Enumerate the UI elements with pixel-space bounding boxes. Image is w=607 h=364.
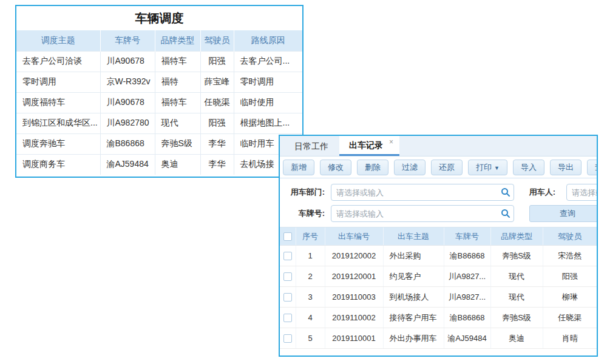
driver-link[interactable]: 肖晴 [543,328,597,349]
import-button[interactable]: 导入 [513,160,544,175]
plate-number-link[interactable]: 川A90678 [100,92,155,113]
brand-type-text: 现代 [490,287,543,308]
driver-link[interactable]: 李华 [200,154,234,175]
tab-trip-records[interactable]: 出车记录 × [339,136,399,156]
driver-link[interactable]: 阳强 [200,113,234,133]
driver-link[interactable]: 李华 [200,133,234,154]
trip-code-link[interactable]: 2019120002 [325,246,383,266]
plate-number-link[interactable]: 川A982780 [100,113,155,133]
dispatch-panel-title: 车辆调度 [16,6,302,30]
view-log-button[interactable]: 查看日志 [587,160,598,175]
search-icon[interactable] [501,187,510,197]
row-checkbox[interactable] [283,334,292,343]
driver-link[interactable]: 阳强 [200,51,234,72]
print-button[interactable]: 打印▼ [468,160,507,175]
col-brand-type: 品牌类型 [490,228,543,246]
dispatch-subject-link[interactable]: 去客户公司洽谈 [16,51,100,72]
brand-type-text: 福特 [155,72,200,92]
driver-link[interactable]: 宋浩然 [543,246,597,266]
dispatch-subject-link[interactable]: 到锦江区和成华区... [16,113,100,133]
col-index: 序号 [296,228,325,246]
tab-close-icon[interactable]: × [389,138,393,146]
col-plate-number: 车牌号 [444,228,490,246]
table-row: 22019120001约见客户川A9827...现代阳强 [280,266,597,287]
trip-subject-link[interactable]: 约见客户 [383,266,444,287]
dispatch-subject-link[interactable]: 零时调用 [16,72,100,92]
plate-number-link[interactable]: 京W-R392v [100,72,155,92]
driver-link[interactable]: 任晓渠 [200,92,234,113]
trip-code-link[interactable]: 2019110003 [325,287,383,308]
brand-type-text: 奔驰S级 [155,133,200,154]
dept-input[interactable] [331,184,514,201]
table-row: 12019120002外出采购渝B86868奔驰S级宋浩然 [280,246,597,266]
row-checkbox[interactable] [283,272,292,281]
plate-number-link[interactable]: 川A9827... [444,287,490,308]
edit-button[interactable]: 修改 [320,160,351,175]
query-button[interactable]: 查询 [529,205,598,222]
toolbar: 新增 修改 删除 过滤 还原 打印▼ 导入 导出 查看日志 [280,157,597,178]
row-checkbox-cell [280,328,296,349]
table-row: 32019110003到机场接人川A9827...现代柳琳 [280,287,597,308]
col-driver: 驾驶员 [200,30,234,51]
plate-number-link[interactable]: 川A9827... [444,266,490,287]
row-checkbox[interactable] [283,293,292,302]
dispatch-subject-link[interactable]: 调度商务车 [16,154,100,175]
row-checkbox[interactable] [283,314,292,322]
route-reason-text: 根据地图上... [234,113,302,133]
trip-subject-link[interactable]: 接待客户用车 [383,308,444,328]
trip-code-link[interactable]: 2019120001 [325,266,383,287]
plate-number-link[interactable]: 川A90678 [100,51,155,72]
brand-type-text: 奥迪 [155,154,200,175]
row-index: 2 [296,266,325,287]
plate-input[interactable] [331,205,514,222]
row-checkbox-cell [280,308,296,328]
trip-subject-link[interactable]: 到机场接人 [383,287,444,308]
trip-code-link[interactable]: 2019110001 [325,328,383,349]
table-row: 52019110001外出办事用车渝AJ59484奥迪肖晴 [280,328,597,349]
table-row: 到锦江区和成华区...川A982780现代阳强根据地图上... [16,113,302,133]
plate-number-link[interactable]: 渝B86868 [100,133,155,154]
delete-button[interactable]: 删除 [357,160,388,175]
col-route-reason: 路线原因 [234,30,302,51]
driver-link[interactable]: 柳琳 [543,287,597,308]
row-checkbox-cell [280,287,296,308]
plate-number-link[interactable]: 渝AJ59484 [444,328,490,349]
trip-code-link[interactable]: 2019110002 [325,308,383,328]
driver-link[interactable]: 薛宝峰 [200,72,234,92]
dispatch-subject-link[interactable]: 调度福特车 [16,92,100,113]
print-button-label: 打印 [476,163,492,172]
dispatch-header-row: 调度主题 车牌号 品牌类型 驾驶员 路线原因 [16,30,302,51]
export-button[interactable]: 导出 [550,160,582,175]
add-button[interactable]: 新增 [283,160,314,175]
brand-type-text: 奔驰S级 [490,308,543,328]
route-reason-text: 去客户公司... [234,51,302,72]
plate-number-link[interactable]: 渝B86868 [444,308,490,328]
tab-trip-records-label: 出车记录 [349,140,383,150]
trip-subject-link[interactable]: 外出采购 [383,246,444,266]
filter-button[interactable]: 过滤 [394,160,426,175]
driver-link[interactable]: 阳强 [543,266,597,287]
search-area: 用车部门: 用车人: 车牌号: 查询 [280,178,597,227]
table-row: 调度商务车渝AJ59484奥迪李华去机场接 [16,154,302,175]
brand-type-text: 现代 [155,113,200,133]
plate-number-link[interactable]: 渝B86868 [444,246,490,266]
select-all-checkbox[interactable] [283,232,292,241]
restore-button[interactable]: 还原 [431,160,463,175]
brand-type-text: 奔驰S级 [490,246,543,266]
dispatch-subject-link[interactable]: 调度奔驰车 [16,133,100,154]
search-icon[interactable] [501,209,510,218]
table-row: 去客户公司洽谈川A90678福特车阳强去客户公司... [16,51,302,72]
user-input[interactable] [566,184,598,201]
plate-label: 车牌号: [285,205,325,222]
col-trip-subject: 出车主题 [383,228,444,246]
records-header-row: 序号 出车编号 出车主题 车牌号 品牌类型 驾驶员 [280,228,597,246]
plate-number-link[interactable]: 渝AJ59484 [100,154,155,175]
row-index: 1 [296,246,325,266]
tab-daily-work[interactable]: 日常工作 [283,136,339,156]
trip-subject-link[interactable]: 外出办事用车 [383,328,444,349]
user-label: 用车人: [521,184,555,201]
driver-link[interactable]: 任晓渠 [543,308,597,328]
table-row: 零时调用京W-R392v福特薛宝峰零时调用 [16,72,302,92]
tab-bar: 日常工作 出车记录 × [280,136,597,157]
row-checkbox[interactable] [283,252,292,260]
